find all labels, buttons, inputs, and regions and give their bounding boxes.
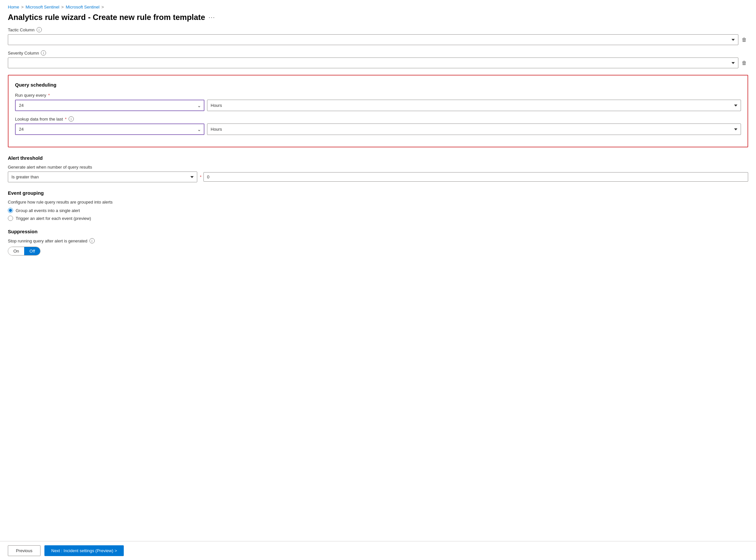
- tactic-column-input-row: 🗑: [8, 34, 748, 45]
- event-grouping-title: Event grouping: [8, 190, 748, 196]
- event-grouping-section: Event grouping Configure how rule query …: [8, 190, 748, 221]
- event-grouping-radio-group: Group all events into a single alert Tri…: [8, 208, 748, 221]
- breadcrumb-sentinel-2[interactable]: Microsoft Sentinel: [66, 4, 99, 9]
- more-options-icon[interactable]: ⋯: [208, 14, 215, 21]
- toggle-on-option[interactable]: On: [8, 247, 24, 255]
- suppression-info-icon[interactable]: i: [89, 238, 95, 243]
- breadcrumb-sep-1: >: [21, 4, 24, 9]
- tactic-column-section: Tactic Column i 🗑: [8, 27, 748, 45]
- lookup-unit-wrapper: Minutes Hours Days: [207, 123, 741, 135]
- tactic-column-select[interactable]: [8, 35, 738, 45]
- lookup-number-input-wrapper: ⌄: [15, 123, 204, 135]
- run-query-chevron-btn[interactable]: ⌄: [195, 103, 204, 108]
- run-query-number-input[interactable]: [16, 100, 195, 111]
- lookup-unit-select[interactable]: Minutes Hours Days: [207, 124, 741, 134]
- threshold-value-wrapper: *: [200, 172, 748, 182]
- run-query-label-text: Run query every: [15, 93, 46, 98]
- page-header: Analytics rule wizard - Create new rule …: [0, 12, 756, 27]
- lookup-info-icon[interactable]: i: [68, 116, 74, 122]
- tactic-column-info-icon[interactable]: i: [37, 27, 42, 32]
- suppression-label-row: Stop running query after alert is genera…: [8, 238, 748, 243]
- severity-column-info-icon[interactable]: i: [41, 50, 46, 56]
- run-query-unit-select[interactable]: Minutes Hours Days: [207, 100, 741, 111]
- lookup-label-text: Lookup data from the last: [15, 117, 63, 122]
- severity-column-label: Severity Column i: [8, 50, 748, 56]
- suppression-toggle[interactable]: On Off: [8, 247, 41, 256]
- alert-threshold-group: Generate alert when number of query resu…: [8, 165, 748, 182]
- lookup-data-row: ⌄ Minutes Hours Days: [15, 123, 741, 135]
- toggle-off-option[interactable]: Off: [24, 247, 40, 255]
- severity-column-label-text: Severity Column: [8, 51, 39, 56]
- run-query-group: Run query every * ⌄ Minutes Hours Days: [15, 93, 741, 111]
- severity-column-select[interactable]: [8, 58, 738, 68]
- lookup-data-label: Lookup data from the last * i: [15, 116, 741, 122]
- run-query-unit-wrapper: Minutes Hours Days: [207, 100, 741, 111]
- breadcrumb: Home > Microsoft Sentinel > Microsoft Se…: [0, 0, 756, 12]
- lookup-data-group: Lookup data from the last * i ⌄ Minutes …: [15, 116, 741, 135]
- threshold-row: Is greater than Is less than Is equal to…: [8, 172, 748, 182]
- tactic-column-label-text: Tactic Column: [8, 27, 35, 32]
- tactic-column-delete-icon[interactable]: 🗑: [740, 36, 748, 44]
- main-content: Tactic Column i 🗑 Severity Column i 🗑: [0, 27, 756, 289]
- lookup-number-input[interactable]: [16, 124, 195, 134]
- next-button[interactable]: Next : Incident settings (Preview) >: [44, 545, 124, 556]
- suppression-title: Suppression: [8, 229, 748, 234]
- run-query-number-input-wrapper: ⌄: [15, 100, 204, 111]
- radio-single-alert[interactable]: [8, 208, 13, 213]
- run-query-label: Run query every *: [15, 93, 741, 98]
- radio-each-label: Trigger an alert for each event (preview…: [16, 216, 91, 221]
- tactic-column-label: Tactic Column i: [8, 27, 748, 32]
- radio-option-each[interactable]: Trigger an alert for each event (preview…: [8, 216, 748, 221]
- threshold-required-star: *: [200, 175, 202, 179]
- alert-threshold-title: Alert threshold: [8, 155, 748, 161]
- query-scheduling-section: Query scheduling Run query every * ⌄ Min…: [8, 75, 748, 147]
- severity-column-input-row: 🗑: [8, 58, 748, 68]
- radio-option-single[interactable]: Group all events into a single alert: [8, 208, 748, 213]
- page-title: Analytics rule wizard - Create new rule …: [8, 13, 205, 22]
- footer-bar: Previous Next : Incident settings (Previ…: [0, 541, 756, 560]
- suppression-section: Suppression Stop running query after ale…: [8, 229, 748, 256]
- suppression-toggle-container: On Off: [8, 247, 748, 256]
- alert-threshold-label-text: Generate alert when number of query resu…: [8, 165, 92, 169]
- run-query-row: ⌄ Minutes Hours Days: [15, 100, 741, 111]
- run-query-required: *: [48, 93, 49, 98]
- alert-threshold-label: Generate alert when number of query resu…: [8, 165, 748, 169]
- breadcrumb-home[interactable]: Home: [8, 4, 19, 9]
- breadcrumb-sentinel-1[interactable]: Microsoft Sentinel: [25, 4, 59, 9]
- severity-column-delete-icon[interactable]: 🗑: [740, 59, 748, 67]
- lookup-required: *: [65, 117, 67, 122]
- event-grouping-description-text: Configure how rule query results are gro…: [8, 200, 113, 204]
- radio-each-event[interactable]: [8, 216, 13, 221]
- radio-single-label: Group all events into a single alert: [16, 208, 80, 213]
- breadcrumb-sep-3: >: [102, 4, 104, 9]
- alert-threshold-section: Alert threshold Generate alert when numb…: [8, 155, 748, 182]
- query-scheduling-title: Query scheduling: [15, 82, 741, 87]
- suppression-label-text: Stop running query after alert is genera…: [8, 239, 87, 243]
- breadcrumb-sep-2: >: [61, 4, 64, 9]
- event-grouping-description: Configure how rule query results are gro…: [8, 200, 748, 204]
- threshold-condition-select[interactable]: Is greater than Is less than Is equal to…: [8, 172, 197, 182]
- lookup-chevron-btn[interactable]: ⌄: [195, 127, 204, 132]
- threshold-value-input[interactable]: [203, 172, 748, 182]
- severity-column-section: Severity Column i 🗑: [8, 50, 748, 68]
- threshold-condition-wrapper: Is greater than Is less than Is equal to…: [8, 172, 197, 182]
- previous-button[interactable]: Previous: [8, 545, 41, 556]
